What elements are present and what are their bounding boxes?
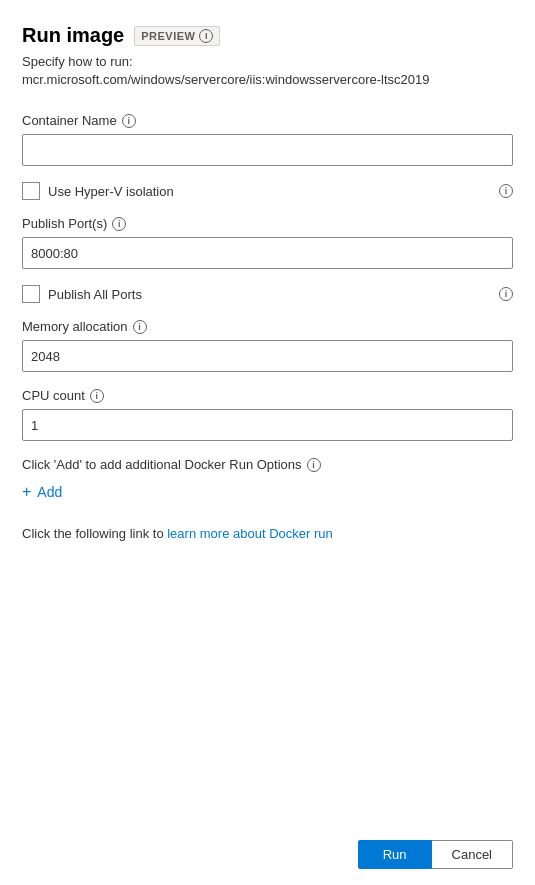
memory-allocation-label: Memory allocation i: [22, 319, 513, 334]
publish-ports-input[interactable]: [22, 237, 513, 269]
preview-badge: PREVIEW i: [134, 26, 220, 46]
add-button[interactable]: + Add: [22, 482, 62, 502]
cancel-button[interactable]: Cancel: [432, 840, 513, 869]
add-options-description: Click 'Add' to add additional Docker Run…: [22, 457, 513, 472]
publish-ports-info-icon[interactable]: i: [112, 217, 126, 231]
learn-more-link[interactable]: learn more about Docker run: [167, 526, 332, 541]
publish-ports-label: Publish Port(s) i: [22, 216, 513, 231]
footer-buttons: Run Cancel: [0, 824, 535, 885]
memory-allocation-group: Memory allocation i: [22, 319, 513, 372]
page-title: Run image: [22, 24, 124, 47]
publish-all-ports-label: Publish All Ports: [48, 287, 142, 302]
run-button[interactable]: Run: [358, 840, 432, 869]
add-options-section: Click 'Add' to add additional Docker Run…: [22, 457, 513, 502]
container-name-info-icon[interactable]: i: [122, 114, 136, 128]
learn-more-section: Click the following link to learn more a…: [22, 526, 513, 541]
memory-allocation-input[interactable]: [22, 340, 513, 372]
hyper-v-checkbox[interactable]: [22, 182, 40, 200]
plus-icon: +: [22, 484, 31, 500]
cpu-count-info-icon[interactable]: i: [90, 389, 104, 403]
preview-info-icon[interactable]: i: [199, 29, 213, 43]
publish-ports-group: Publish Port(s) i: [22, 216, 513, 269]
cpu-count-input[interactable]: [22, 409, 513, 441]
container-name-group: Container Name i: [22, 113, 513, 166]
publish-all-ports-checkbox[interactable]: [22, 285, 40, 303]
memory-allocation-info-icon[interactable]: i: [133, 320, 147, 334]
container-name-input[interactable]: [22, 134, 513, 166]
container-name-label: Container Name i: [22, 113, 513, 128]
publish-all-ports-info-icon[interactable]: i: [499, 287, 513, 301]
subtitle: Specify how to run: mcr.microsoft.com/wi…: [22, 53, 513, 89]
hyper-v-label: Use Hyper-V isolation: [48, 184, 174, 199]
publish-all-ports-row: Publish All Ports i: [22, 285, 513, 303]
add-options-info-icon[interactable]: i: [307, 458, 321, 472]
hyper-v-info-icon[interactable]: i: [499, 184, 513, 198]
cpu-count-group: CPU count i: [22, 388, 513, 441]
hyper-v-row: Use Hyper-V isolation i: [22, 182, 513, 200]
cpu-count-label: CPU count i: [22, 388, 513, 403]
